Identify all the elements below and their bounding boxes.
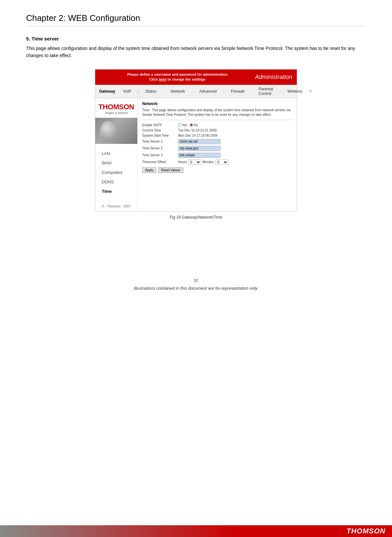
minutes-select[interactable]: 0	[215, 160, 228, 165]
here-link[interactable]: here	[159, 77, 166, 81]
enable-sntp-row: Enable SNTP Yes No	[142, 123, 292, 127]
logo-text: THOMSON	[98, 103, 134, 111]
sidebar-image	[95, 118, 137, 144]
timezone-label: Timezone Offset	[142, 160, 178, 164]
sntp-no-option[interactable]: No	[190, 123, 198, 127]
sidebar-item-lan[interactable]: LAN	[95, 149, 137, 158]
current-time-label: Current Time	[142, 129, 178, 132]
network-title: Network	[142, 101, 292, 106]
admin-label: Administration	[255, 74, 292, 81]
thomson-logo: THOMSON images & beyond	[98, 103, 134, 115]
sidebar-nav: LAN WAN Computers DDNS Time	[95, 144, 137, 201]
reset-button[interactable]: Reset Values	[158, 167, 183, 173]
page-disclaimer: Illustrations contained in this document…	[26, 286, 366, 291]
screenshot-inner: THOMSON images & beyond LAN WAN Computer…	[95, 98, 297, 211]
sidebar-item-computers[interactable]: Computers	[95, 168, 137, 177]
screenshot: Please define a username and password fo…	[95, 69, 297, 212]
page-number: 37	[26, 278, 366, 283]
hours-select[interactable]: 0	[188, 160, 201, 165]
apply-button[interactable]: Apply	[142, 167, 156, 173]
time-server3-label: Time Server 3	[142, 153, 178, 157]
logo-sub: images & beyond	[98, 111, 134, 115]
sidebar-footer: ® - Thomson - 2007	[95, 201, 137, 211]
tab-status[interactable]: Status	[144, 88, 158, 94]
network-section: Network Time : This page allows configur…	[138, 98, 297, 211]
figure-caption: Fig 18 Gateway\Network\Time	[170, 215, 222, 220]
sntp-radio-group[interactable]: Yes No	[178, 123, 198, 127]
tab-parental-control[interactable]: Parental Control	[257, 86, 275, 97]
time-server1-row: Time Server 1	[142, 139, 292, 144]
screenshot-container: Please define a username and password fo…	[26, 69, 366, 220]
tab-advanced[interactable]: Advanced	[198, 88, 218, 94]
time-server2-input[interactable]	[178, 146, 220, 151]
current-time-value: Tue Dec 15 10:21:21 2009	[178, 129, 217, 132]
admin-header: Please define a username and password fo…	[95, 69, 297, 85]
sntp-yes-option[interactable]: Yes	[178, 123, 187, 127]
tab-wireless[interactable]: Wireless	[286, 88, 304, 94]
time-server3-input[interactable]	[178, 153, 220, 158]
admin-header-text: Please define a username and password fo…	[100, 72, 255, 82]
sidebar-logo: THOMSON images & beyond	[95, 98, 137, 118]
system-start-value: Mon Dec 14 17:15:06 2009	[178, 134, 218, 137]
sntp-yes-radio[interactable]	[178, 123, 181, 127]
timezone-row: Timezone Offset Hours 0 Minutes 0	[142, 160, 292, 165]
settings-icon[interactable]: ⚙	[309, 89, 312, 93]
chapter-title: Chapter 2: WEB Configuration	[26, 13, 366, 26]
form-buttons: Apply Reset Values	[142, 167, 292, 173]
sidebar: THOMSON images & beyond LAN WAN Computer…	[95, 98, 138, 211]
system-start-label: System Start Time	[142, 134, 178, 137]
tab-voip[interactable]: VoIP	[122, 88, 132, 94]
current-time-row: Current Time Tue Dec 15 10:21:21 2009	[142, 129, 292, 132]
bottom-bar: THOMSON	[0, 525, 392, 537]
minutes-label: Minutes	[203, 160, 214, 164]
tab-network[interactable]: Network	[169, 88, 186, 94]
form-table: Enable SNTP Yes No	[142, 123, 292, 173]
time-server2-label: Time Server 2	[142, 146, 178, 150]
network-description: Time : This page allows configuration an…	[142, 108, 292, 120]
tab-gateway[interactable]: Gateway	[98, 88, 116, 94]
section-title: 5. Time server	[26, 36, 366, 41]
time-server3-row: Time Server 3	[142, 153, 292, 158]
tab-firewall[interactable]: Firewall	[230, 88, 246, 94]
sidebar-item-time[interactable]: Time	[95, 187, 137, 196]
nav-tabs: Gateway VoIP | Status - Network - Advanc…	[95, 85, 297, 98]
sidebar-item-wan[interactable]: WAN	[95, 158, 137, 168]
sntp-no-radio[interactable]	[190, 123, 193, 127]
system-start-time-row: System Start Time Mon Dec 14 17:15:06 20…	[142, 134, 292, 137]
hours-label: Hours	[178, 160, 187, 164]
time-server1-input[interactable]	[178, 139, 220, 144]
bottom-thomson-label: THOMSON	[347, 527, 385, 535]
enable-sntp-label: Enable SNTP	[142, 123, 178, 127]
sidebar-item-ddns[interactable]: DDNS	[95, 177, 137, 187]
time-server1-label: Time Server 1	[142, 140, 178, 143]
section-description: This page allows configuration and displ…	[26, 45, 366, 59]
time-server2-row: Time Server 2	[142, 146, 292, 151]
